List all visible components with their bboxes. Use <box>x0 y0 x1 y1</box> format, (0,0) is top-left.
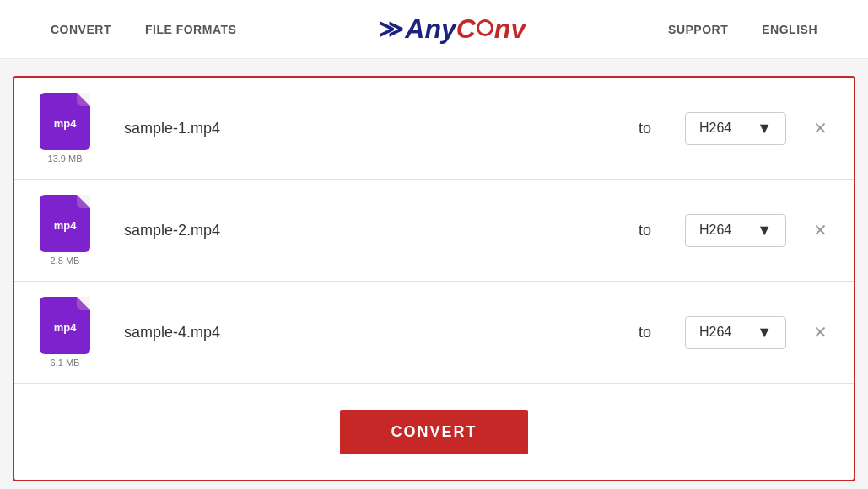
nav-right: SUPPORT ENGLISH <box>668 23 817 36</box>
file-type-label: mp4 <box>54 117 77 130</box>
chevron-down-icon: ▼ <box>757 324 772 341</box>
logo-any: Any <box>405 13 456 45</box>
format-value: H264 <box>699 223 747 238</box>
format-select[interactable]: H264 ▼ <box>685 214 786 247</box>
file-size: 13.9 MB <box>48 153 83 164</box>
nav-file-formats-link[interactable]: FILE FORMATS <box>145 23 236 36</box>
logo-speed-icon: ≫ <box>379 15 403 43</box>
file-name: sample-2.mp4 <box>99 222 605 239</box>
logo-conv: C <box>456 13 476 45</box>
to-label: to <box>605 324 685 341</box>
file-name: sample-4.mp4 <box>99 324 605 341</box>
remove-button[interactable]: ✕ <box>803 111 837 145</box>
header: CONVERT FILE FORMATS ≫ Any C nv SUPPORT … <box>0 0 868 59</box>
main-content: mp4 13.9 MB sample-1.mp4 to H264 ▼ ✕ mp4… <box>0 59 868 489</box>
file-row: mp4 6.1 MB sample-4.mp4 to H264 ▼ ✕ <box>14 282 854 384</box>
file-size: 6.1 MB <box>51 357 80 368</box>
format-value: H264 <box>699 121 747 136</box>
to-label: to <box>605 222 685 239</box>
file-icon-wrapper: mp4 6.1 MB <box>31 297 99 368</box>
to-label: to <box>605 120 685 137</box>
file-row: mp4 2.8 MB sample-2.mp4 to H264 ▼ ✕ <box>14 180 854 282</box>
file-type-label: mp4 <box>54 219 77 232</box>
file-row: mp4 13.9 MB sample-1.mp4 to H264 ▼ ✕ <box>14 78 854 180</box>
converter-box: mp4 13.9 MB sample-1.mp4 to H264 ▼ ✕ mp4… <box>13 76 855 481</box>
file-type-label: mp4 <box>54 321 77 334</box>
remove-button[interactable]: ✕ <box>803 213 837 247</box>
file-icon-wrapper: mp4 2.8 MB <box>31 195 99 266</box>
file-name: sample-1.mp4 <box>99 120 605 137</box>
logo-circle-icon <box>477 19 493 36</box>
logo-nv: nv <box>494 13 526 45</box>
nav-convert-link[interactable]: CONVERT <box>51 23 111 36</box>
format-value: H264 <box>699 325 747 340</box>
chevron-down-icon: ▼ <box>757 120 772 137</box>
file-icon: mp4 <box>40 195 90 252</box>
nav-english-link[interactable]: ENGLISH <box>762 23 817 36</box>
format-select[interactable]: H264 ▼ <box>685 112 786 145</box>
file-icon: mp4 <box>40 297 90 354</box>
format-select[interactable]: H264 ▼ <box>685 316 786 349</box>
chevron-down-icon: ▼ <box>757 222 772 239</box>
nav-support-link[interactable]: SUPPORT <box>668 23 728 36</box>
convert-button[interactable]: CONVERT <box>340 410 527 454</box>
file-icon-wrapper: mp4 13.9 MB <box>31 93 99 164</box>
convert-button-row: CONVERT <box>14 384 854 480</box>
file-icon: mp4 <box>40 93 90 150</box>
logo: ≫ Any C nv <box>379 13 526 45</box>
nav-left: CONVERT FILE FORMATS <box>51 23 236 36</box>
file-size: 2.8 MB <box>51 255 80 266</box>
remove-button[interactable]: ✕ <box>803 315 837 349</box>
